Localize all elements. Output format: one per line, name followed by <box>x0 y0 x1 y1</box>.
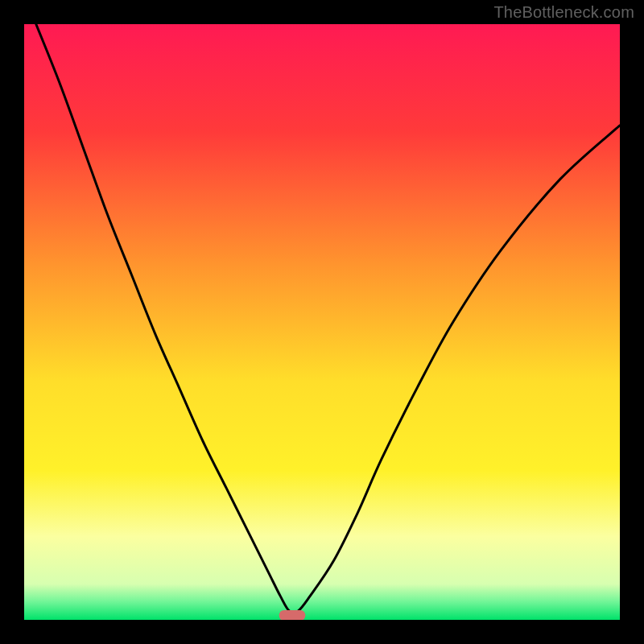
optimal-zone-marker <box>279 610 306 620</box>
gradient-background <box>24 24 620 620</box>
watermark-text: TheBottleneck.com <box>493 3 634 22</box>
bottleneck-chart <box>24 24 620 620</box>
chart-frame <box>24 24 620 620</box>
